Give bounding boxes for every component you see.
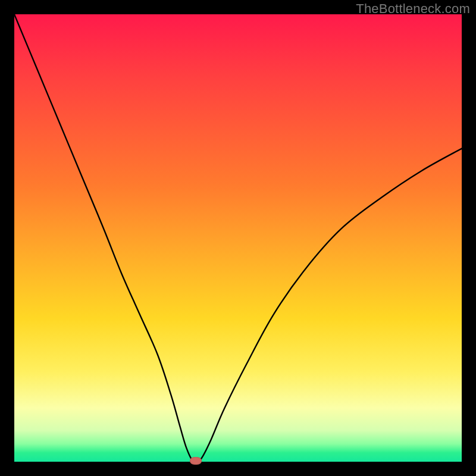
watermark-text: TheBottleneck.com — [356, 1, 470, 17]
minimum-marker — [190, 457, 202, 465]
plot-area — [14, 14, 462, 462]
curve-svg — [14, 14, 462, 462]
chart-frame: TheBottleneck.com — [0, 0, 476, 476]
bottleneck-curve-path — [14, 14, 462, 463]
